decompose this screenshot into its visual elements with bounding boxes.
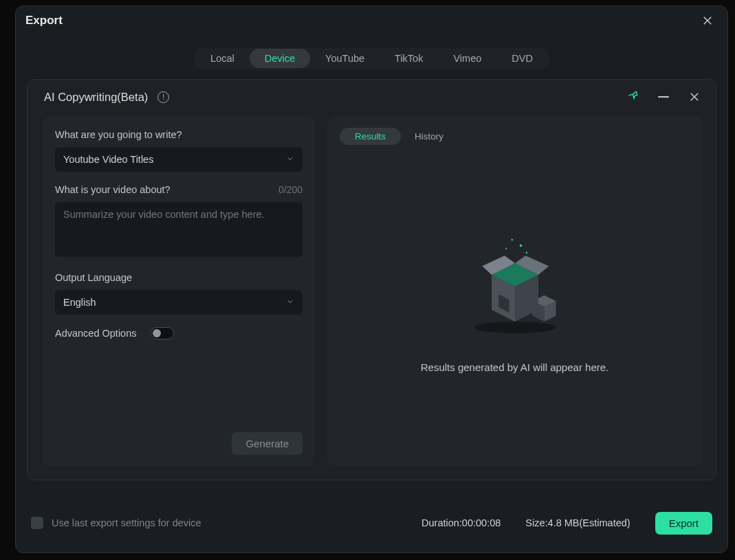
ai-copywriting-panel: AI Copywriting(Beta) ! What are you goin… [27,79,716,480]
empty-state-text: Results generated by AI will appear here… [421,361,609,373]
tab-vimeo[interactable]: Vimeo [438,49,496,68]
panel-close-button[interactable] [687,89,702,104]
output-language-value: English [63,297,96,308]
dialog-footer: Use last export settings for device Dura… [16,493,727,552]
results-tab[interactable]: Results [340,128,401,145]
tab-device[interactable]: Device [250,49,310,68]
dialog-title: Export [25,14,63,27]
about-textarea[interactable] [55,202,303,257]
size-text: Size:4.8 MB(Estimated) [525,517,630,528]
write-question-label: What are you going to write? [55,129,303,140]
export-dialog: Export Local Device YouTube TikTok Vimeo… [15,5,728,553]
svg-point-0 [474,322,556,333]
history-tab[interactable]: History [412,128,446,145]
close-button[interactable] [700,13,715,28]
output-language-select[interactable]: English [55,290,303,315]
export-tabs-inner: Local Device YouTube TikTok Vimeo DVD [194,47,549,69]
form-column: What are you going to write? Youtube Vid… [43,117,315,466]
panel-header: AI Copywriting(Beta) ! [28,80,716,104]
use-last-label: Use last export settings for device [52,517,201,528]
write-type-select[interactable]: Youtube Video Titles [55,147,303,172]
advanced-toggle[interactable] [151,327,174,339]
chevron-down-icon [286,297,294,308]
about-question-label: What is your video about? [55,184,171,195]
svg-point-4 [525,252,527,254]
results-tabs: Results History [338,126,691,145]
output-language-label: Output Language [55,272,303,283]
empty-state: Results generated by AI will appear here… [338,145,691,456]
chevron-down-icon [286,154,294,165]
advanced-options-label: Advanced Options [55,328,137,339]
export-button[interactable]: Export [655,512,712,535]
generate-button[interactable]: Generate [232,432,303,455]
tab-dvd[interactable]: DVD [496,49,548,68]
minimize-button[interactable] [658,96,669,98]
tab-tiktok[interactable]: TikTok [380,49,438,68]
results-column: Results History [327,117,702,466]
export-tabs: Local Device YouTube TikTok Vimeo DVD [16,47,727,69]
svg-point-1 [511,239,513,241]
svg-point-2 [519,245,521,247]
tab-local[interactable]: Local [195,49,250,68]
duration-text: Duration:00:00:08 [421,517,501,528]
write-type-value: Youtube Video Titles [63,154,153,165]
info-icon[interactable]: ! [157,91,169,103]
empty-box-icon [457,228,573,345]
svg-point-3 [505,248,507,249]
pin-icon[interactable] [628,89,640,104]
dialog-header: Export [16,6,727,28]
tab-youtube[interactable]: YouTube [310,49,380,68]
char-count: 0/200 [278,184,303,195]
panel-title: AI Copywriting(Beta) [44,91,148,104]
use-last-checkbox[interactable] [31,517,43,529]
